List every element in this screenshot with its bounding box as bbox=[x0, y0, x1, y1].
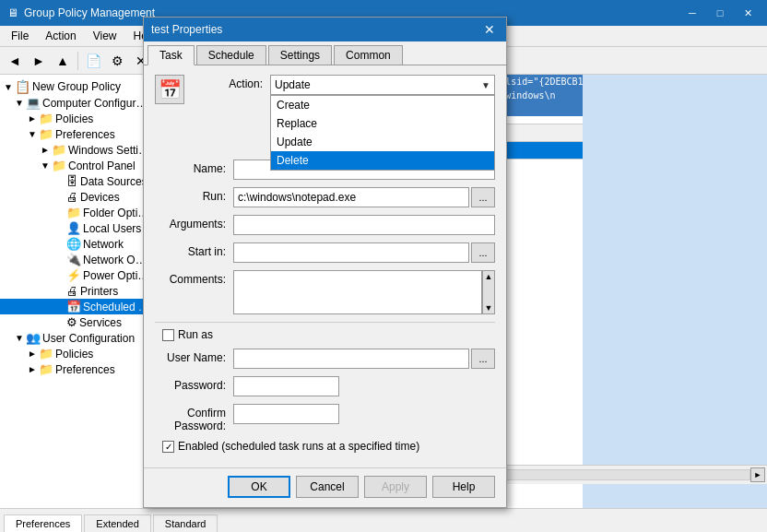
tree-item-printers[interactable]: 🖨 Printers bbox=[0, 283, 151, 299]
tree-item-policies[interactable]: ► 📁 Policies bbox=[0, 111, 151, 126]
folder-icon: 📁 bbox=[39, 347, 53, 361]
tree-item-power-options[interactable]: ⚡ Power Options bbox=[0, 267, 151, 283]
start-in-form-row: Start in: ... bbox=[155, 242, 495, 263]
tree-item-services[interactable]: ⚙ Services bbox=[0, 314, 151, 330]
dialog-tab-task[interactable]: Task bbox=[148, 45, 195, 65]
run-label: Run: bbox=[155, 187, 233, 203]
folder-icon: 📁 bbox=[39, 112, 53, 125]
name-label: Name: bbox=[155, 160, 233, 175]
back-button[interactable]: ◄ bbox=[4, 50, 26, 72]
run-as-checkbox[interactable] bbox=[162, 329, 174, 341]
username-form-row: User Name: ... bbox=[155, 349, 495, 369]
tree-toggle: ► bbox=[39, 145, 52, 155]
textarea-scrollbar: ▲ ▼ bbox=[482, 270, 495, 314]
tree-label: Data Sources bbox=[80, 175, 148, 188]
password-label: Password: bbox=[155, 376, 233, 392]
menu-view[interactable]: View bbox=[86, 28, 124, 44]
arguments-input[interactable] bbox=[233, 215, 495, 235]
computer-icon: 💻 bbox=[26, 96, 41, 110]
right-blue-panel bbox=[583, 75, 767, 508]
password-input[interactable] bbox=[233, 376, 339, 396]
dialog-close-button[interactable]: ✕ bbox=[480, 21, 499, 38]
tree-item-computer-configuration[interactable]: ▼ 💻 Computer Configuration bbox=[0, 95, 151, 111]
tree-item-local-users[interactable]: 👤 Local Users bbox=[0, 220, 151, 236]
option-delete[interactable]: Delete bbox=[271, 151, 494, 170]
tree-label: Folder Options bbox=[83, 207, 151, 219]
tree-item-network2[interactable]: 🔌 Network Options bbox=[0, 252, 151, 267]
menu-action[interactable]: Action bbox=[38, 28, 83, 44]
tree-item-devices[interactable]: 🖨 Devices bbox=[0, 189, 151, 205]
tree-toggle: ► bbox=[26, 349, 39, 359]
tree-item-network[interactable]: 🌐 Network bbox=[0, 236, 151, 252]
option-create[interactable]: Create bbox=[271, 96, 494, 114]
tree-label: Power Options bbox=[83, 269, 151, 282]
tree-item-control-panel[interactable]: ▼ 📁 Control Panel bbox=[0, 158, 151, 173]
run-browse-button[interactable]: ... bbox=[471, 187, 495, 207]
maximize-button[interactable]: □ bbox=[708, 5, 732, 21]
tree-item-user-configuration[interactable]: ▼ 👥 User Configuration bbox=[0, 330, 151, 346]
password-form-row: Password: bbox=[155, 376, 495, 396]
up-button[interactable]: ▲ bbox=[52, 50, 74, 72]
tree-toggle: ▼ bbox=[2, 82, 15, 92]
new-button[interactable]: 📄 bbox=[82, 50, 104, 72]
tree-label: Network bbox=[83, 238, 124, 251]
tab-standard[interactable]: Standard bbox=[153, 514, 218, 532]
comments-form-row: Comments: ▲ ▼ bbox=[155, 270, 495, 314]
menu-file[interactable]: File bbox=[4, 28, 36, 44]
enabled-checkbox[interactable]: ✓ bbox=[162, 441, 174, 453]
dropdown-arrow-icon: ▼ bbox=[481, 80, 490, 90]
option-update[interactable]: Update bbox=[271, 133, 494, 151]
start-in-browse-button[interactable]: ... bbox=[471, 242, 495, 263]
tree-toggle: ▼ bbox=[13, 98, 26, 108]
device-icon: 🖨 bbox=[66, 190, 78, 204]
tab-preferences[interactable]: Preferences bbox=[4, 514, 82, 532]
user-icon: 👤 bbox=[66, 221, 81, 235]
run-as-row: Run as bbox=[155, 328, 495, 341]
service-icon: ⚙ bbox=[66, 315, 77, 329]
tree-item-policies2[interactable]: ► 📁 Policies bbox=[0, 346, 151, 361]
tree-item-data-sources[interactable]: 🗄 Data Sources bbox=[0, 173, 151, 189]
tree-item-preferences2[interactable]: ► 📁 Preferences bbox=[0, 361, 151, 377]
dialog-tab-common[interactable]: Common bbox=[334, 45, 403, 65]
tree-label: Policies bbox=[55, 348, 93, 361]
tree-item-windows-settings[interactable]: ► 📁 Windows Settings bbox=[0, 142, 151, 158]
tree-label: Control Panel bbox=[68, 160, 136, 172]
username-input[interactable] bbox=[233, 349, 469, 369]
enabled-label: Enabled (scheduled task runs at a specif… bbox=[178, 440, 419, 453]
scroll-down-button[interactable]: ▼ bbox=[483, 302, 494, 313]
tree-item-scheduled-tasks[interactable]: 📅 Scheduled Tasks bbox=[0, 299, 151, 314]
dialog-tab-settings[interactable]: Settings bbox=[268, 45, 332, 65]
tab-extended[interactable]: Extended bbox=[84, 514, 150, 532]
apply-button[interactable]: Apply bbox=[364, 476, 427, 498]
help-button[interactable]: Help bbox=[432, 476, 495, 498]
action-dropdown-selected[interactable]: Update ▼ bbox=[270, 75, 495, 95]
start-in-input[interactable] bbox=[233, 242, 469, 263]
confirm-password-input[interactable] bbox=[233, 404, 339, 424]
printer-icon: 🖨 bbox=[66, 284, 78, 298]
dialog-tab-schedule[interactable]: Schedule bbox=[196, 45, 266, 65]
minimize-button[interactable]: ─ bbox=[680, 5, 704, 21]
tree-label: Network Options bbox=[83, 254, 151, 266]
comments-textarea[interactable] bbox=[233, 270, 482, 314]
username-browse-button[interactable]: ... bbox=[471, 349, 495, 369]
action-selected-text: Update bbox=[275, 78, 311, 91]
tree-toggle: ▼ bbox=[26, 129, 39, 139]
cancel-button[interactable]: Cancel bbox=[296, 476, 359, 498]
hscroll-right-button[interactable]: ► bbox=[750, 467, 765, 482]
ok-button[interactable]: OK bbox=[228, 476, 290, 498]
task-icon: 📅 bbox=[66, 300, 81, 313]
start-in-field-group: ... bbox=[233, 242, 495, 263]
tree-item-new-group-policy[interactable]: ▼ 📋 New Group Policy bbox=[0, 78, 151, 95]
network-icon: 🌐 bbox=[66, 237, 81, 251]
close-button[interactable]: ✕ bbox=[736, 5, 760, 21]
run-form-row: Run: ... bbox=[155, 187, 495, 207]
option-replace[interactable]: Replace bbox=[271, 114, 494, 133]
tree-label: Devices bbox=[80, 191, 120, 204]
properties-button[interactable]: ⚙ bbox=[106, 50, 128, 72]
run-input[interactable] bbox=[233, 187, 469, 207]
policy-icon: 📋 bbox=[15, 79, 30, 94]
tree-item-folder-options[interactable]: 📁 Folder Options bbox=[0, 205, 151, 220]
scroll-up-button[interactable]: ▲ bbox=[483, 271, 494, 282]
forward-button[interactable]: ► bbox=[28, 50, 50, 72]
tree-item-preferences[interactable]: ▼ 📁 Preferences bbox=[0, 126, 151, 142]
